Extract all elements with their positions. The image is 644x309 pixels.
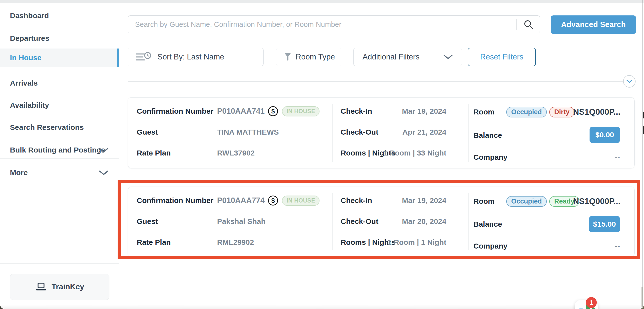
sidebar-item-label: Dashboard [10,10,49,21]
sidebar-item-availability[interactable]: Availability [0,100,119,111]
status-badge: IN HOUSE [282,106,320,116]
balance-label: Balance [474,219,502,229]
sidebar: Dashboard Departures In House Arrivals A… [0,3,119,309]
sort-icon [136,52,152,63]
rooms-nights-value: 1 Room | 33 Night [364,148,446,158]
sidebar-item-arrivals[interactable]: Arrivals [0,78,119,89]
rate-plan-label: Rate Plan [137,237,171,247]
company-value: -- [615,241,620,251]
check-in-value: Mar 19, 2024 [364,106,446,116]
chat-widget-button[interactable]: 1 [575,300,598,309]
collapse-toggle[interactable] [623,75,636,88]
occupancy-badge: Occupied [506,196,547,207]
sidebar-item-search-reservations[interactable]: Search Reservations [0,122,119,133]
check-out-value: Mar 20, 2024 [364,216,446,227]
occupancy-badge: Occupied [506,107,547,117]
reservation-card[interactable]: Confirmation Number P010AAA774 $ IN HOUS… [128,187,634,257]
company-label: Company [474,152,508,162]
notification-badge: 1 [586,297,597,308]
balance-label: Balance [474,130,502,141]
top-strip [0,0,644,3]
chevron-down-icon [443,54,453,60]
reservation-card[interactable]: Confirmation Number P010AAA741 $ IN HOUS… [128,97,634,168]
trainkey-button[interactable]: TrainKey [10,274,110,300]
card-column-divider [468,193,469,250]
sidebar-item-label: Bulk Routing and Postings [10,145,105,155]
folio-dollar-icon[interactable]: $ [268,196,278,205]
balance-button[interactable]: $0.00 [590,127,620,143]
reset-filters-button[interactable]: Reset Filters [468,48,536,66]
guest-value: TINA MATTHEWS [217,127,279,137]
edge-artifact [643,126,644,134]
company-label: Company [474,241,508,251]
sidebar-footer-divider [0,263,119,264]
room-number: NS1Q000P... [548,196,620,207]
balance-button[interactable]: $15.00 [589,216,620,232]
sidebar-item-dashboard[interactable]: Dashboard [0,10,119,21]
company-value: -- [615,152,620,162]
room-label: Room [474,107,494,117]
sidebar-item-label: Arrivals [10,78,38,89]
sidebar-divider [0,158,119,159]
scrollbar-thumb[interactable] [642,287,643,307]
search-box [128,16,540,33]
sort-by-dropdown[interactable]: Sort By: Last Name [128,48,264,66]
sidebar-item-in-house[interactable]: In House [0,52,119,63]
guest-value: Pakshal Shah [217,216,266,227]
sidebar-item-label: More [10,167,28,178]
edge-artifact [643,112,644,118]
check-out-value: Apr 21, 2024 [364,127,446,137]
room-number: NS1Q000P... [548,107,620,117]
room-type-filter[interactable]: Room Type [276,48,341,66]
filter-funnel-icon [284,53,291,61]
guest-label: Guest [137,216,158,227]
room-type-label: Room Type [296,53,335,62]
chevron-down-icon [99,148,108,153]
card-column-divider [332,193,333,250]
confirmation-number-row: P010AAA774 $ IN HOUSE [217,194,320,207]
rate-plan-value: RML29902 [217,237,254,247]
laptop-icon [35,282,47,292]
trainkey-label: TrainKey [52,282,84,291]
confirmation-number-value: P010AAA741 [217,107,264,116]
search-icon[interactable] [523,19,534,30]
search-input[interactable] [134,16,511,33]
card-column-divider [332,104,333,162]
folio-dollar-icon[interactable]: $ [268,106,278,116]
confirmation-number-label: Confirmation Number [137,195,213,206]
guest-label: Guest [137,127,158,137]
sidebar-item-bulk-routing[interactable]: Bulk Routing and Postings [0,145,119,155]
additional-filters-label: Additional Filters [362,53,420,62]
results-divider [128,81,623,82]
rate-plan-label: Rate Plan [137,148,171,158]
window-right-edge [642,0,643,309]
room-label: Room [474,196,494,206]
check-in-value: Mar 19, 2024 [364,195,446,206]
sidebar-item-label: Departures [10,33,49,44]
rooms-nights-value: 1 Room | 1 Night [364,237,446,247]
advanced-search-button[interactable]: Advanced Search [551,16,636,34]
sort-by-label: Sort By: Last Name [158,53,224,62]
card-column-divider [468,104,469,162]
sidebar-item-label: In House [10,52,42,63]
rate-plan-value: RWL37902 [217,148,254,158]
confirmation-number-label: Confirmation Number [137,106,213,116]
sidebar-item-departures[interactable]: Departures [0,33,119,44]
confirmation-number-row: P010AAA741 $ IN HOUSE [217,105,320,117]
additional-filters-dropdown[interactable]: Additional Filters [353,48,462,66]
sidebar-item-label: Availability [10,100,49,111]
confirmation-number-value: P010AAA774 [217,196,264,205]
sidebar-item-label: Search Reservations [10,122,84,133]
chevron-down-icon [626,79,632,83]
sidebar-item-more[interactable]: More [0,167,119,178]
status-badge: IN HOUSE [282,196,320,206]
app-window: Dashboard Departures In House Arrivals A… [0,0,644,309]
chevron-down-icon [99,170,108,175]
search-separator [516,19,517,30]
